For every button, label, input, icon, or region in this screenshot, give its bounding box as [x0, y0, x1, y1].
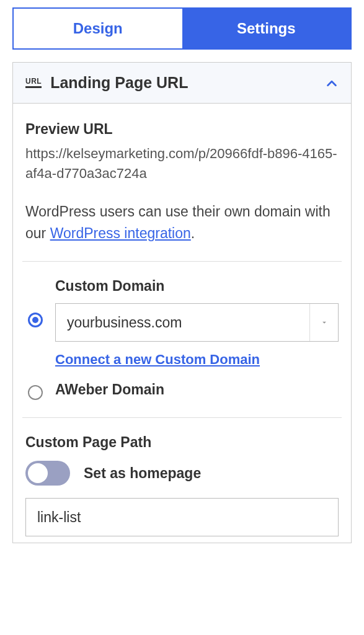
wordpress-note: WordPress users can use their own domain…	[25, 201, 339, 245]
aweber-domain-label: AWeber Domain	[55, 381, 164, 397]
wp-text-after: .	[191, 225, 195, 241]
custom-domain-option: Custom Domain yourbusiness.com Connect a…	[28, 278, 339, 368]
preview-url-value: https://kelseymarketing.com/p/20966fdf-b…	[25, 144, 339, 184]
aweber-domain-radio[interactable]	[28, 385, 43, 400]
custom-domain-radio[interactable]	[28, 313, 43, 327]
preview-url-label: Preview URL	[25, 121, 339, 138]
main-tabs: Design Settings	[12, 7, 352, 50]
custom-page-path-input[interactable]	[25, 498, 339, 536]
custom-domain-content: Custom Domain yourbusiness.com Connect a…	[55, 278, 339, 368]
set-as-homepage-toggle[interactable]	[25, 461, 70, 486]
connect-new-domain-link[interactable]: Connect a new Custom Domain	[55, 352, 260, 367]
domain-radio-group: Custom Domain yourbusiness.com Connect a…	[28, 278, 339, 400]
custom-page-path-label: Custom Page Path	[25, 434, 339, 451]
caret-down-icon	[320, 318, 329, 327]
tab-design[interactable]: Design	[14, 9, 182, 48]
dropdown-caret[interactable]	[309, 304, 338, 341]
wordpress-integration-link[interactable]: WordPress integration	[50, 225, 191, 241]
divider	[22, 261, 342, 262]
homepage-toggle-row: Set as homepage	[25, 461, 339, 486]
panel-title: Landing Page URL	[50, 74, 188, 92]
custom-domain-select[interactable]: yourbusiness.com	[55, 303, 339, 342]
tab-settings[interactable]: Settings	[182, 9, 351, 48]
chevron-up-icon	[325, 76, 339, 90]
custom-domain-label: Custom Domain	[55, 278, 339, 295]
aweber-domain-content: AWeber Domain	[55, 381, 339, 398]
aweber-domain-option: AWeber Domain	[28, 381, 339, 400]
divider	[22, 417, 342, 418]
url-icon: URL	[25, 78, 42, 88]
custom-domain-selected: yourbusiness.com	[56, 304, 309, 341]
panel-header[interactable]: URL Landing Page URL	[13, 63, 351, 104]
panel-header-left: URL Landing Page URL	[25, 74, 188, 92]
panel-body: Preview URL https://kelseymarketing.com/…	[13, 104, 351, 543]
set-as-homepage-label: Set as homepage	[84, 465, 201, 482]
landing-page-url-panel: URL Landing Page URL Preview URL https:/…	[12, 62, 352, 543]
